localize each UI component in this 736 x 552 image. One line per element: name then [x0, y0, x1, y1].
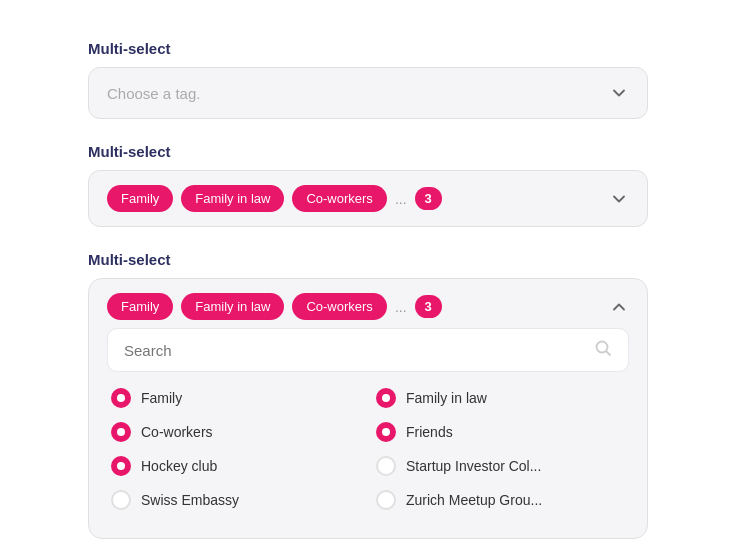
option-family-in-law-label: Family in law	[406, 390, 487, 406]
section-1: Multi-select Choose a tag.	[88, 40, 648, 119]
section-2-dropdown[interactable]: Family Family in law Co-workers ... 3	[88, 170, 648, 227]
search-input[interactable]	[124, 342, 584, 359]
option-swiss-label: Swiss Embassy	[141, 492, 239, 508]
option-family-circle	[111, 388, 131, 408]
section-2-label: Multi-select	[88, 143, 648, 160]
tag-family-2[interactable]: Family	[107, 185, 173, 212]
tag-coworkers-3[interactable]: Co-workers	[292, 293, 386, 320]
tag-family-3[interactable]: Family	[107, 293, 173, 320]
search-box[interactable]	[107, 328, 629, 372]
option-startup-label: Startup Investor Col...	[406, 458, 541, 474]
tag-coworkers-2[interactable]: Co-workers	[292, 185, 386, 212]
option-coworkers-label: Co-workers	[141, 424, 213, 440]
section-1-dropdown[interactable]: Choose a tag.	[88, 67, 648, 119]
option-coworkers-circle	[111, 422, 131, 442]
page-container: Multi-select Choose a tag. Multi-select …	[88, 40, 648, 539]
option-family-in-law[interactable]: Family in law	[376, 386, 625, 410]
section-3-header: Family Family in law Co-workers ... 3	[107, 293, 629, 320]
search-icon	[594, 339, 612, 361]
options-grid: Family Family in law Co-workers Friends	[107, 378, 629, 520]
option-hockey-circle	[111, 456, 131, 476]
option-family-label: Family	[141, 390, 182, 406]
chevron-down-icon-2	[609, 189, 629, 209]
section-3-label: Multi-select	[88, 251, 648, 268]
option-friends-label: Friends	[406, 424, 453, 440]
option-swiss-circle	[111, 490, 131, 510]
tag-family-in-law-2[interactable]: Family in law	[181, 185, 284, 212]
section-3-tags-row: Family Family in law Co-workers ... 3	[107, 293, 442, 320]
chevron-up-icon-3[interactable]	[609, 297, 629, 317]
section-2-tags-row: Family Family in law Co-workers ... 3	[107, 185, 442, 212]
option-friends[interactable]: Friends	[376, 420, 625, 444]
option-hockey-club[interactable]: Hockey club	[111, 454, 360, 478]
section-3-panel: Family Family in law Co-workers ... 3	[88, 278, 648, 539]
tag-ellipsis-2: ...	[395, 191, 407, 207]
option-swiss-embassy[interactable]: Swiss Embassy	[111, 488, 360, 512]
tag-count-3: 3	[415, 295, 442, 318]
section-2: Multi-select Family Family in law Co-wor…	[88, 143, 648, 227]
chevron-down-icon-1	[609, 83, 629, 103]
option-zurich[interactable]: Zurich Meetup Grou...	[376, 488, 625, 512]
option-family[interactable]: Family	[111, 386, 360, 410]
tag-ellipsis-3: ...	[395, 299, 407, 315]
tag-family-in-law-3[interactable]: Family in law	[181, 293, 284, 320]
section-1-placeholder: Choose a tag.	[107, 85, 200, 102]
option-startup-circle	[376, 456, 396, 476]
tag-count-2: 3	[415, 187, 442, 210]
section-3: Multi-select Family Family in law Co-wor…	[88, 251, 648, 539]
option-startup[interactable]: Startup Investor Col...	[376, 454, 625, 478]
option-zurich-circle	[376, 490, 396, 510]
option-family-in-law-circle	[376, 388, 396, 408]
option-hockey-label: Hockey club	[141, 458, 217, 474]
section-1-label: Multi-select	[88, 40, 648, 57]
svg-point-0	[597, 342, 608, 353]
option-friends-circle	[376, 422, 396, 442]
option-zurich-label: Zurich Meetup Grou...	[406, 492, 542, 508]
option-coworkers[interactable]: Co-workers	[111, 420, 360, 444]
